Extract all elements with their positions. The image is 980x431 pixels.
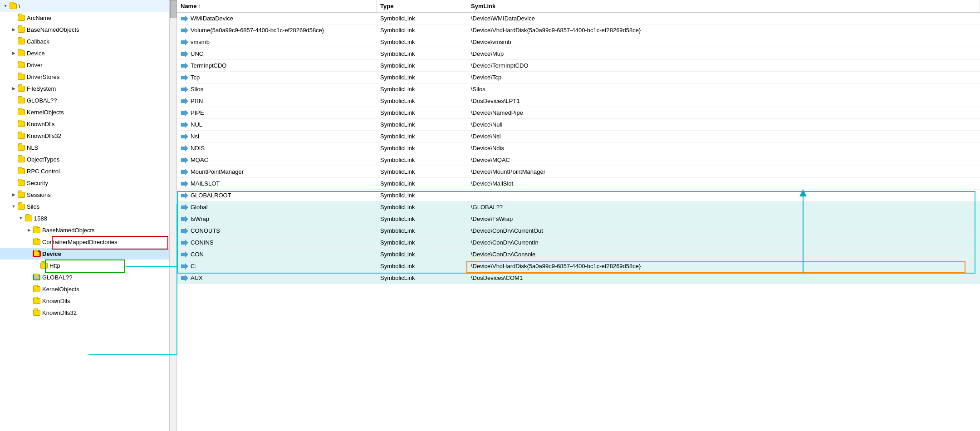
list-cell-name: MQAC — [177, 154, 377, 166]
tree-item-kernelobjs[interactable]: ▶ KernelObjects — [0, 106, 170, 118]
list-row[interactable]: NULSymbolicLink\Device\Null — [177, 119, 980, 131]
list-row[interactable]: TermInptCDOSymbolicLink\Device\TermInptC… — [177, 60, 980, 72]
list-row[interactable]: C:SymbolicLink\Device\VhdHardDisk{5a0a99… — [177, 260, 980, 272]
svg-marker-15 — [181, 192, 188, 199]
list-row[interactable]: UNCSymbolicLink\Device\Mup — [177, 48, 980, 60]
expand-icon-device[interactable]: ▶ — [10, 49, 17, 57]
tree-item-global[interactable]: ▶ GLOBAL?? — [0, 94, 170, 106]
folder-icon-silos-1588 — [24, 214, 33, 222]
tree-item-basenamedobj[interactable]: ▶ BaseNamedObjects — [0, 24, 170, 35]
tree-scrollbar[interactable] — [169, 0, 176, 431]
svg-marker-19 — [181, 240, 188, 246]
tree-item-silos-1588-knowndlls[interactable]: ▶ KnownDlls — [0, 295, 170, 307]
list-row[interactable]: NsiSymbolicLink\Device\Nsi — [177, 131, 980, 142]
symlink-icon — [181, 239, 189, 247]
folder-icon-security — [17, 179, 25, 187]
tree-item-nls[interactable]: ▶ NLS — [0, 142, 170, 153]
list-cell-name-text: TermInptCDO — [191, 62, 226, 69]
list-row[interactable]: PRNSymbolicLink\DosDevices\LPT1 — [177, 95, 980, 107]
header-name[interactable]: Name ↑ — [177, 0, 377, 12]
list-row[interactable]: CONINSSymbolicLink\Device\ConDrv\Current… — [177, 237, 980, 249]
tree-item-silos[interactable]: ▼ Silos — [0, 201, 170, 212]
list-row[interactable]: WMIDataDeviceSymbolicLink\Device\WMIData… — [177, 13, 980, 24]
expand-icon-silos-1588-basenamedobj[interactable]: ▶ — [25, 226, 33, 234]
list-row[interactable]: NDISSymbolicLink\Device\Ndis — [177, 142, 980, 154]
expand-icon-root[interactable]: ▼ — [2, 2, 9, 10]
tree-item-silos-1588-device[interactable]: ▶ Device — [0, 248, 170, 260]
list-cell-type: SymbolicLink — [377, 24, 467, 36]
list-cell-symlink: \GLOBAL?? — [467, 201, 980, 213]
list-row[interactable]: AUXSymbolicLink\DosDevices\COM1 — [177, 272, 980, 284]
symlink-icon — [181, 215, 189, 223]
list-row[interactable]: CONOUTSSymbolicLink\Device\ConDrv\Curren… — [177, 225, 980, 237]
tree-label-basenamedobj: BaseNamedObjects — [27, 26, 79, 33]
header-type[interactable]: Type — [377, 0, 467, 12]
tree-item-silos-1588-basenamedobj[interactable]: ▶ BaseNamedObjects — [0, 224, 170, 236]
svg-marker-18 — [181, 228, 188, 234]
list-header: Name ↑ Type SymLink — [177, 0, 980, 13]
list-row[interactable]: MQACSymbolicLink\Device\MQAC — [177, 154, 980, 166]
list-row[interactable]: Volume{5a0a99c9-6857-4400-bc1c-ef28269d5… — [177, 24, 980, 36]
list-row[interactable]: GlobalSymbolicLink\GLOBAL?? — [177, 201, 980, 213]
tree-item-sessions[interactable]: ▶ Sessions — [0, 189, 170, 201]
tree-item-filesystem[interactable]: ▶ FileSystem — [0, 83, 170, 94]
list-cell-name: CON — [177, 249, 377, 260]
tree-item-silos-1588-global[interactable]: ▶ GLOBAL?? — [0, 271, 170, 283]
list-row[interactable]: CONSymbolicLink\Device\ConDrv\Console — [177, 249, 980, 260]
list-cell-symlink: \Device\ConDrv\CurrentIn — [467, 237, 980, 248]
list-row[interactable]: SilosSymbolicLink\Silos — [177, 83, 980, 95]
expand-icon-silos[interactable]: ▼ — [10, 203, 17, 210]
list-row[interactable]: TcpSymbolicLink\Device\Tcp — [177, 72, 980, 83]
list-cell-name: C: — [177, 260, 377, 272]
sort-arrow-icon: ↑ — [198, 4, 201, 9]
list-cell-name: NUL — [177, 119, 377, 130]
tree-item-rpccontrol[interactable]: ▶ RPC Control — [0, 165, 170, 177]
tree-item-security[interactable]: ▶ Security — [0, 177, 170, 189]
expand-icon-filesystem[interactable]: ▶ — [10, 85, 17, 92]
tree-item-silos-1588-containermapped[interactable]: ▶ ContainerMappedDirectories — [0, 236, 170, 248]
list-cell-name: Nsi — [177, 131, 377, 142]
symlink-icon — [181, 50, 189, 58]
list-cell-name: vmsmb — [177, 36, 377, 48]
tree-item-silos-1588-kernelobjs[interactable]: ▶ KernelObjects — [0, 283, 170, 295]
folder-icon-driverstores — [17, 73, 25, 81]
list-row[interactable]: fsWrapSymbolicLink\Device\FsWrap — [177, 213, 980, 225]
tree-item-device[interactable]: ▶ Device — [0, 47, 170, 59]
tree-item-knowndlls32[interactable]: ▶ KnownDlls32 — [0, 130, 170, 142]
tree-item-silos-1588-device-http[interactable]: ▶ Http — [0, 260, 170, 271]
list-row[interactable]: MountPointManagerSymbolicLink\Device\Mou… — [177, 166, 980, 178]
tree-item-driver[interactable]: ▶ Driver — [0, 59, 170, 71]
expand-icon-silos-1588[interactable]: ▼ — [17, 215, 24, 222]
list-cell-symlink: \Device\ConDrv\CurrentOut — [467, 225, 980, 236]
list-row[interactable]: vmsmbSymbolicLink\Device\vmsmb — [177, 36, 980, 48]
tree-item-driverstores[interactable]: ▶ DriverStores — [0, 71, 170, 83]
list-cell-type: SymbolicLink — [377, 166, 467, 177]
list-cell-name: CONOUTS — [177, 225, 377, 236]
tree-item-root[interactable]: ▼ \ — [0, 0, 170, 12]
list-cell-type: SymbolicLink — [377, 154, 467, 166]
tree-item-objecttypes[interactable]: ▶ ObjectTypes — [0, 153, 170, 165]
expand-icon-sessions[interactable]: ▶ — [10, 191, 17, 198]
list-cell-type: SymbolicLink — [377, 13, 467, 24]
tree-item-callback[interactable]: ▶ Callback — [0, 35, 170, 47]
expand-icon-basenamedobj[interactable]: ▶ — [10, 26, 17, 33]
tree-label-sessions: Sessions — [27, 191, 51, 198]
tree-scrollbar-thumb[interactable] — [170, 0, 176, 18]
list-row[interactable]: GLOBALROOTSymbolicLink — [177, 190, 980, 201]
tree-item-silos-1588-knowndlls32[interactable]: ▶ KnownDlls32 — [0, 307, 170, 318]
header-symlink[interactable]: SymLink — [467, 0, 980, 12]
tree-label-silos-1588: 1588 — [34, 215, 47, 222]
tree-label-silos-1588-kernelobjs: KernelObjects — [42, 286, 79, 293]
symlink-icon — [181, 144, 189, 152]
tree-item-silos-1588[interactable]: ▼ 1588 — [0, 212, 170, 224]
list-cell-name-text: UNC — [191, 50, 203, 57]
list-row[interactable]: MAILSLOTSymbolicLink\Device\MailSlot — [177, 178, 980, 190]
list-row[interactable]: PIPESymbolicLink\Device\NamedPipe — [177, 107, 980, 119]
list-cell-name: Silos — [177, 83, 377, 95]
tree-item-knowndlls[interactable]: ▶ KnownDlls — [0, 118, 170, 130]
folder-icon-nls — [17, 143, 25, 152]
list-cell-name-text: Silos — [191, 86, 203, 93]
tree-item-arcname[interactable]: ▶ ArcName — [0, 12, 170, 24]
svg-marker-20 — [181, 251, 188, 258]
list-rows: WMIDataDeviceSymbolicLink\Device\WMIData… — [177, 13, 980, 284]
